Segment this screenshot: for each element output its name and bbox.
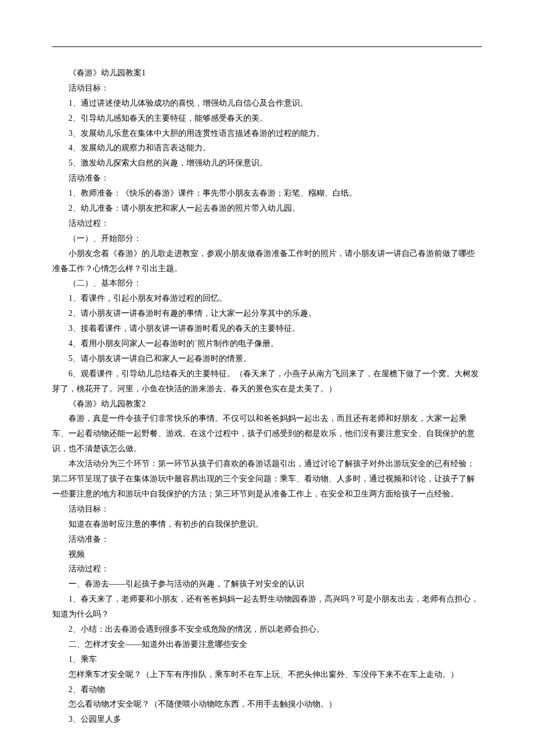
paragraph: 二、怎样才安全——知道外出春游要注意哪些安全: [52, 637, 482, 652]
paragraph: 视频: [52, 547, 482, 562]
paragraph: 活动准备：: [52, 171, 482, 186]
paragraph: 活动目标：: [52, 81, 482, 96]
paragraph: 2、请小朋友讲一讲春游时有趣的事情，让大家一起分享其中的乐趣。: [52, 306, 482, 321]
paragraph: 4、看用小朋友同家人一起春游时的`照片制作的电子像册。: [52, 336, 482, 351]
horizontal-rule: [52, 46, 482, 47]
paragraph: 3、接着看课件，请小朋友讲一讲春游时看见的春天的主要特征。: [52, 321, 482, 336]
paragraph: 本次活动分为三个环节：第一环节从孩子们喜欢的春游话题引出，通过讨论了解孩子对外出…: [52, 456, 482, 502]
paragraph: 《春游》幼儿园教案2: [52, 397, 482, 412]
paragraph: 3、发展幼儿乐意在集体中大胆的用连贯性语言描述春游的过程的能力。: [52, 126, 482, 141]
paragraph: 5、请小朋友讲一讲自己和家人一起春游时的情景。: [52, 351, 482, 366]
paragraph: 活动过程：: [52, 216, 482, 231]
paragraph: 2、小结：出去春游会遇到很多不安全或危险的情况，所以老师会担心。: [52, 622, 482, 637]
paragraph: 5、激发幼儿探索大自然的兴趣，增强幼儿的环保意识。: [52, 156, 482, 171]
paragraph: 怎么看动物才安全呢？（不随便喂小动物吃东西，不用手去触摸小动物。）: [52, 697, 482, 712]
paragraph: 怎样乘车才安全呢？（上下车有序排队，乘车时不在车上玩、不把头伸出窗外、车没停下来…: [52, 667, 482, 682]
paragraph: 活动过程：: [52, 561, 482, 577]
paragraph: 1、春天来了，老师要和小朋友，还有爸爸妈妈一起去野生动物园春游，高兴吗？可是小朋…: [52, 592, 482, 622]
paragraph: 活动目标：: [52, 502, 482, 517]
document-body: 《春游》幼儿园教案1活动目标：1、通过讲述使幼儿体验成功的喜悦，增强幼儿自信心及…: [52, 66, 482, 727]
paragraph: 知道在春游时应注意的事情，有初步的自我保护意识。: [52, 517, 482, 532]
paragraph: 1、看课件，引起小朋友对春游过程的回忆。: [52, 291, 482, 306]
paragraph: 1、通过讲述使幼儿体验成功的喜悦，增强幼儿自信心及合作意识。: [52, 96, 482, 111]
paragraph: 2、引导幼儿感知春天的主要特征，能够感受春天的美。: [52, 111, 482, 126]
paragraph: 2、看动物: [52, 682, 482, 697]
paragraph: 《春游》幼儿园教案1: [52, 66, 482, 81]
paragraph: 活动准备：: [52, 532, 482, 547]
paragraph: 一、春游去——引起孩子参与活动的兴趣，了解孩子对安全的认识: [52, 577, 482, 592]
paragraph: 4、发展幼儿的观察力和语言表达能力。: [52, 141, 482, 156]
paragraph: 6、观看课件，引导幼儿总结春天的主要特征。（春天来了，小燕子从南方飞回来了，在屋…: [52, 366, 482, 397]
paragraph: 1、教师准备：《快乐的春游》课件；事先带小朋友去春游；彩笔、糨糊、白纸。: [52, 186, 482, 201]
paragraph: 小朋友念着《春游》的儿歌走进教室，参观小朋友做春游准备工作时的照片，请小朋友讲一…: [52, 246, 482, 276]
paragraph: （一）、开始部分：: [52, 231, 482, 246]
paragraph: 3、公园里人多: [52, 712, 482, 727]
paragraph: 春游，真是一件令孩子们非常快乐的事情。不仅可以和爸爸妈妈一起出去，而且还有老师和…: [52, 411, 482, 456]
paragraph: （二）、基本部分：: [52, 276, 482, 291]
paragraph: 2、幼儿准备：请小朋友把和家人一起去春游的照片带入幼儿园。: [52, 201, 482, 216]
paragraph: 1、乘车: [52, 652, 482, 667]
